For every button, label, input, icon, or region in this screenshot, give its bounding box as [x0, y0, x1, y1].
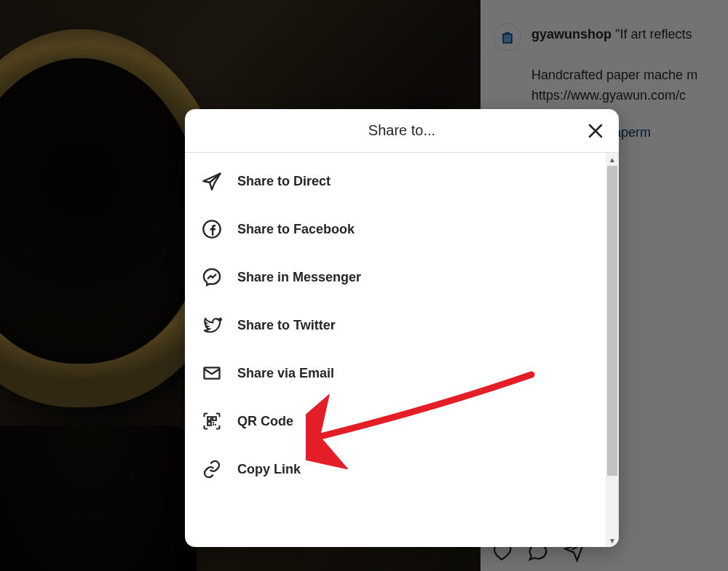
close-button[interactable] [581, 116, 610, 145]
share-option-qr[interactable]: QR Code [185, 397, 606, 445]
share-option-email[interactable]: Share via Email [185, 349, 606, 397]
share-options-list: Share to Direct Share to Facebook [185, 153, 606, 547]
svg-rect-5 [213, 417, 216, 420]
share-option-label: Copy Link [237, 462, 301, 477]
share-option-messenger[interactable]: Share in Messenger [185, 253, 606, 301]
share-option-label: Share to Facebook [237, 222, 355, 237]
share-option-label: Share to Direct [237, 174, 331, 189]
share-option-label: Share via Email [237, 366, 334, 381]
scrollbar[interactable]: ▲ ▼ [606, 153, 619, 547]
share-modal-body: Share to Direct Share to Facebook [185, 153, 619, 547]
send-icon [201, 170, 223, 192]
svg-rect-4 [207, 417, 211, 420]
share-modal-title: Share to... [368, 122, 435, 139]
messenger-icon [201, 266, 223, 288]
qr-icon [201, 410, 223, 432]
svg-rect-7 [213, 422, 214, 423]
share-option-direct[interactable]: Share to Direct [185, 157, 606, 205]
facebook-icon [201, 218, 223, 240]
scrollbar-thumb[interactable] [607, 166, 617, 476]
share-option-label: Share to Twitter [237, 318, 336, 333]
share-modal-header: Share to... [185, 109, 619, 153]
share-option-copy-link[interactable]: Copy Link [185, 445, 606, 493]
share-option-label: Share in Messenger [237, 270, 361, 285]
share-option-facebook[interactable]: Share to Facebook [185, 205, 606, 253]
svg-rect-6 [207, 422, 211, 426]
email-icon [201, 362, 223, 384]
svg-rect-9 [213, 424, 214, 426]
close-icon [587, 122, 604, 140]
share-option-label: QR Code [237, 414, 293, 429]
link-icon [201, 458, 223, 480]
svg-rect-8 [215, 424, 216, 426]
scroll-up-button[interactable]: ▲ [606, 153, 619, 166]
share-option-twitter[interactable]: Share to Twitter [185, 301, 606, 349]
twitter-icon [201, 314, 223, 336]
share-modal: Share to... Share to Direct [185, 109, 619, 547]
